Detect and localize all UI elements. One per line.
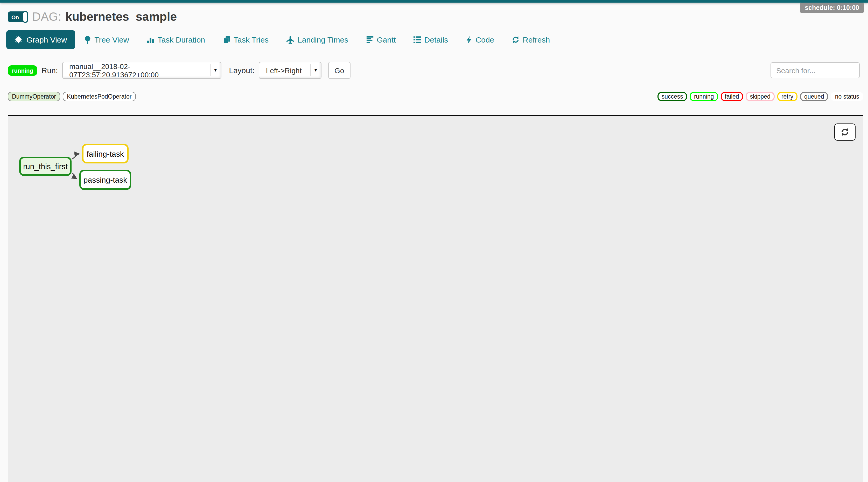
- toggle-knob: [22, 11, 28, 23]
- status-badge-no-status: no status: [831, 92, 863, 101]
- dag-name: kubernetes_sample: [65, 10, 177, 24]
- graph-canvas[interactable]: run_this_first failing-task passing-task: [8, 115, 863, 482]
- layout-select[interactable]: Left->Right ▼: [259, 62, 321, 79]
- task-node-failing-task[interactable]: failing-task: [82, 144, 129, 163]
- dag-prefix-label: DAG:: [32, 10, 61, 24]
- layout-select-value: Left->Right: [266, 66, 302, 74]
- align-left-icon: [366, 36, 374, 43]
- graph-refresh-button[interactable]: [834, 123, 856, 141]
- status-badge-success: success: [657, 92, 687, 101]
- chevron-down-icon: ▼: [314, 68, 318, 73]
- tab-code[interactable]: Code: [457, 35, 503, 44]
- tab-landing-times[interactable]: Landing Times: [277, 35, 357, 44]
- go-button[interactable]: Go: [328, 62, 350, 79]
- dag-run-status-badge: running: [8, 65, 37, 76]
- dag-edges: [8, 116, 863, 482]
- operator-legend: DummyOperator KubernetesPodOperator: [8, 92, 135, 101]
- tab-label: Tree View: [94, 35, 129, 44]
- tab-graph-view[interactable]: Graph View: [6, 30, 75, 49]
- header-row: On DAG: kubernetes_sample: [8, 10, 868, 24]
- operator-badge: DummyOperator: [8, 92, 60, 101]
- tab-label: Landing Times: [298, 35, 348, 44]
- tab-task-duration[interactable]: Task Duration: [138, 35, 214, 44]
- tab-label: Task Duration: [158, 35, 205, 44]
- edge-run-to-failing: [71, 154, 79, 159]
- airflow-dag-page: schedule: 0:10:00 On DAG: kubernetes_sam…: [0, 0, 868, 482]
- bolt-icon: [466, 35, 472, 44]
- schedule-badge: schedule: 0:10:00: [800, 3, 864, 13]
- tree-icon: [84, 35, 91, 44]
- tab-gantt[interactable]: Gantt: [357, 35, 404, 44]
- dag-pause-toggle[interactable]: On: [8, 11, 28, 22]
- top-navbar-strip: [0, 0, 868, 3]
- run-label: Run:: [41, 66, 58, 75]
- tab-label: Gantt: [377, 35, 396, 44]
- tab-label: Refresh: [523, 35, 550, 44]
- tab-label: Task Tries: [234, 35, 269, 44]
- tab-task-tries[interactable]: Task Tries: [214, 35, 277, 44]
- files-icon: [223, 35, 230, 44]
- select-arrow-zone: ▼: [210, 64, 221, 76]
- plane-icon: [286, 35, 294, 44]
- status-badge-running: running: [690, 92, 718, 101]
- refresh-icon: [512, 36, 520, 43]
- status-badge-retry: retry: [777, 92, 798, 101]
- status-legend: success running failed skipped retry que…: [657, 92, 863, 101]
- chevron-down-icon: ▼: [213, 68, 218, 73]
- edge-run-to-passing: [71, 173, 77, 179]
- operator-badge: KubernetesPodOperator: [63, 92, 135, 101]
- status-badge-skipped: skipped: [746, 92, 775, 101]
- run-select[interactable]: manual__2018-02-07T23:57:20.913672+00:00…: [62, 62, 221, 79]
- run-select-value: manual__2018-02-07T23:57:20.913672+00:00: [69, 62, 205, 79]
- tab-details[interactable]: Details: [405, 35, 457, 44]
- status-badge-failed: failed: [721, 92, 743, 101]
- legend-row: DummyOperator KubernetesPodOperator succ…: [8, 92, 863, 101]
- toggle-on-label: On: [11, 14, 19, 20]
- task-node-passing-task[interactable]: passing-task: [79, 170, 131, 190]
- task-node-run-this-first[interactable]: run_this_first: [19, 157, 71, 176]
- page-title: DAG: kubernetes_sample: [32, 10, 177, 24]
- list-icon: [413, 36, 421, 43]
- refresh-icon: [840, 128, 849, 137]
- view-tabs: Graph View Tree View Task Duration Task …: [6, 30, 868, 49]
- sunburst-icon: [14, 36, 22, 43]
- bar-chart-icon: [147, 36, 155, 43]
- layout-label: Layout:: [229, 66, 254, 75]
- tab-refresh[interactable]: Refresh: [503, 35, 559, 44]
- run-controls-row: running Run: manual__2018-02-07T23:57:20…: [8, 62, 860, 79]
- tab-tree-view[interactable]: Tree View: [75, 35, 138, 44]
- tab-label: Details: [425, 35, 448, 44]
- tab-label: Code: [475, 35, 494, 44]
- status-badge-queued: queued: [800, 92, 828, 101]
- tab-label: Graph View: [26, 35, 67, 44]
- search-input[interactable]: [771, 62, 860, 78]
- select-arrow-zone: ▼: [310, 64, 321, 76]
